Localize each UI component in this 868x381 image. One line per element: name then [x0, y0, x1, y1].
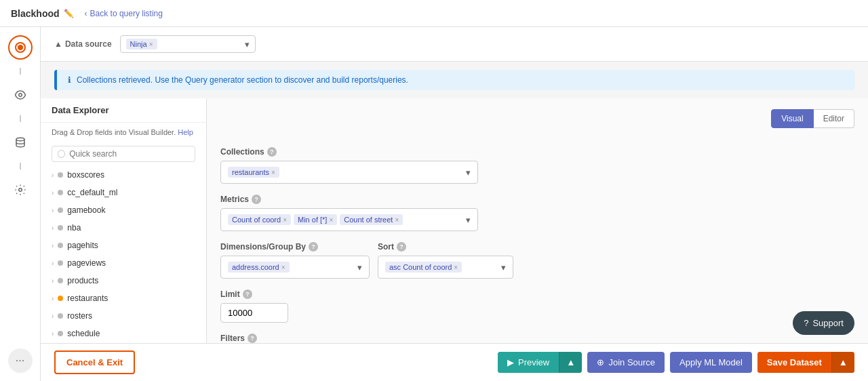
- support-button[interactable]: ? Support: [793, 311, 854, 335]
- collections-label: Collections ?: [220, 147, 854, 157]
- list-item[interactable]: › pageviews: [41, 254, 206, 272]
- support-icon: ?: [804, 318, 808, 328]
- chevron-icon: ›: [52, 295, 54, 302]
- search-input[interactable]: [69, 149, 189, 159]
- save-dataset-button[interactable]: Save Dataset: [757, 352, 831, 373]
- dimensions-section: Dimensions/Group By ? address.coord × ▾: [220, 242, 370, 279]
- chevron-icon: ›: [52, 172, 54, 179]
- svg-point-1: [16, 138, 24, 141]
- list-item[interactable]: › rosters: [41, 307, 206, 325]
- metrics-label: Metrics ?: [220, 195, 854, 204]
- list-item[interactable]: › nba: [41, 219, 206, 237]
- collection-name: boxscores: [67, 170, 104, 180]
- sidebar-btn-leaf[interactable]: [8, 35, 33, 60]
- sort-chevron-icon: ▾: [501, 262, 506, 273]
- join-source-button[interactable]: ⊕ Join Source: [587, 352, 665, 373]
- save-dataset-group: Save Dataset ▲: [757, 352, 854, 373]
- collection-list: › boxscores › cc_default_ml › gamebook: [41, 166, 206, 343]
- view-toggle: Visual Editor: [771, 109, 854, 128]
- play-icon: ▶: [507, 357, 514, 367]
- metric-tag-2-remove[interactable]: ×: [329, 216, 333, 224]
- collection-dot: [58, 260, 63, 266]
- list-item[interactable]: › gamebook: [41, 201, 206, 219]
- metric-tag-2: Min of [*] ×: [294, 214, 337, 225]
- chevron-icon: ›: [52, 189, 54, 197]
- list-item[interactable]: › schedule: [41, 325, 206, 342]
- chevron-icon: ›: [52, 242, 54, 249]
- data-source-bar: ▲ Data source Ninja × ▾: [41, 27, 868, 62]
- metrics-select[interactable]: Count of coord × Min of [*] × Count of s…: [220, 208, 478, 231]
- search-radio[interactable]: [58, 150, 65, 158]
- chevron-icon: ›: [52, 260, 54, 267]
- sort-help-icon[interactable]: ?: [397, 242, 406, 252]
- chevron-icon: ›: [52, 330, 54, 338]
- list-item[interactable]: › cc_default_ml: [41, 184, 206, 201]
- collections-tag-remove[interactable]: ×: [271, 169, 275, 176]
- save-expand-button[interactable]: ▲: [831, 352, 854, 373]
- cancel-exit-button[interactable]: Cancel & Exit: [54, 350, 135, 374]
- dimensions-label: Dimensions/Group By ?: [220, 242, 370, 252]
- svg-point-2: [18, 188, 22, 192]
- chevron-icon: ›: [52, 207, 54, 214]
- eye-icon: [14, 89, 26, 101]
- more-button[interactable]: ···: [8, 348, 33, 373]
- datasource-toggle[interactable]: ▲ Data source: [54, 39, 112, 49]
- datasource-select[interactable]: Ninja × ▾: [120, 35, 256, 53]
- search-container: [41, 142, 206, 166]
- metrics-help-icon[interactable]: ?: [252, 195, 261, 204]
- dimensions-select[interactable]: address.coord × ▾: [220, 256, 370, 279]
- preview-group: ▶ Preview ▲: [498, 352, 582, 373]
- list-item[interactable]: › boxscores: [41, 166, 206, 184]
- collection-dot: [58, 278, 63, 283]
- metric-tag-3-remove[interactable]: ×: [395, 216, 399, 224]
- metric-tag-1-remove[interactable]: ×: [283, 216, 287, 224]
- query-area: Data Explorer Drag & Drop fields into Vi…: [41, 98, 868, 343]
- dimensions-help-icon[interactable]: ?: [309, 242, 318, 252]
- chevron-icon: ›: [52, 313, 54, 320]
- collections-select[interactable]: restaurants × ▾: [220, 161, 478, 184]
- back-label: Back to query listing: [90, 9, 163, 18]
- dimensions-tag-remove[interactable]: ×: [281, 264, 285, 271]
- database-icon: [14, 136, 26, 148]
- collection-dot: [58, 243, 63, 248]
- edit-icon[interactable]: ✏️: [64, 9, 74, 18]
- collections-chevron-icon: ▾: [466, 167, 471, 178]
- limit-input[interactable]: [220, 303, 288, 323]
- search-inner: [52, 146, 195, 162]
- sidebar-btn-eye[interactable]: [8, 83, 33, 107]
- list-item[interactable]: › restaurants: [41, 289, 206, 307]
- metric-tag-3: Count of street ×: [340, 214, 403, 225]
- data-explorer-header: Data Explorer: [41, 98, 206, 123]
- collection-name: rosters: [67, 311, 92, 321]
- collection-name: gamebook: [67, 205, 105, 215]
- datasource-chevron-icon: ▾: [245, 39, 250, 49]
- list-item[interactable]: › pagehits: [41, 237, 206, 254]
- sort-select[interactable]: asc Count of coord × ▾: [378, 256, 513, 279]
- help-link[interactable]: Help: [178, 128, 193, 136]
- collection-dot: [58, 225, 63, 230]
- datasource-tag-remove[interactable]: ×: [149, 41, 153, 48]
- sidebar-btn-db[interactable]: [8, 130, 33, 155]
- preview-expand-button[interactable]: ▲: [559, 352, 582, 373]
- metrics-chevron-icon: ▾: [466, 215, 471, 225]
- collection-name: restaurants: [67, 294, 108, 303]
- sort-tag-remove[interactable]: ×: [454, 264, 458, 271]
- chevron-icon: ›: [52, 224, 54, 232]
- collection-dot: [58, 331, 63, 336]
- sort-tag: asc Count of coord ×: [385, 262, 462, 273]
- view-visual-btn[interactable]: Visual: [771, 109, 813, 128]
- filters-help-icon[interactable]: ?: [248, 334, 257, 343]
- save-chevron-icon: ▲: [839, 357, 848, 367]
- app-layout: ··· ▲ Data source Ninja × ▾ ℹ Collection…: [0, 27, 868, 381]
- back-link[interactable]: ‹ Back to query listing: [85, 9, 163, 18]
- limit-help-icon[interactable]: ?: [243, 289, 252, 299]
- sidebar-btn-gear[interactable]: [8, 178, 33, 202]
- chevron-icon: ›: [52, 277, 54, 285]
- view-editor-btn[interactable]: Editor: [814, 109, 854, 128]
- list-item[interactable]: › products: [41, 272, 206, 289]
- preview-button[interactable]: ▶ Preview: [498, 352, 559, 373]
- title-text: Blackhood: [11, 8, 60, 19]
- limit-section: Limit ?: [220, 289, 854, 323]
- collections-help-icon[interactable]: ?: [267, 147, 277, 157]
- apply-model-button[interactable]: Apply ML Model: [670, 352, 752, 373]
